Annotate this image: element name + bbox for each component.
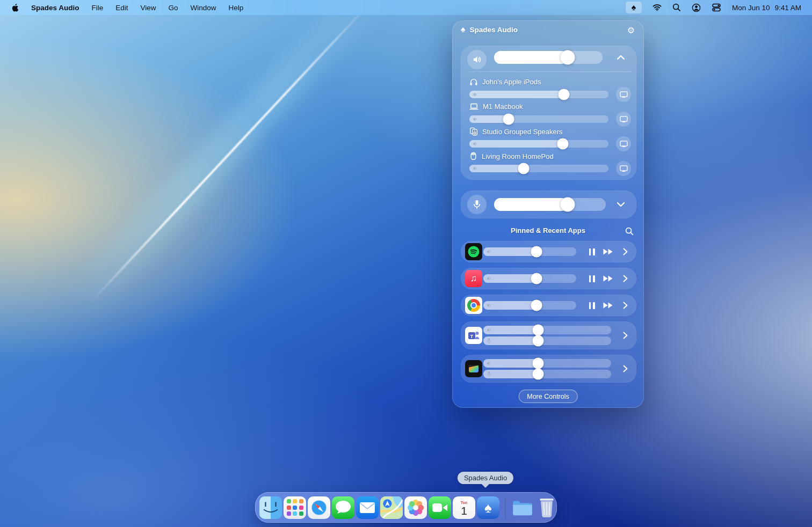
app-volume-slider[interactable] [483, 301, 576, 310]
dock-messages-icon[interactable] [332, 496, 354, 519]
menu-edit[interactable]: Edit [115, 4, 128, 12]
device-volume-slider[interactable] [469, 91, 608, 98]
pinned-recent-apps-header: Pinned & Recent Apps [452, 226, 644, 235]
control-center-icon[interactable] [712, 2, 721, 13]
main-volume-fill [494, 51, 568, 64]
pause-icon[interactable] [585, 245, 598, 258]
wifi-icon[interactable] [653, 2, 662, 13]
wallpaper-wave-line [91, 3, 371, 303]
device-name: Studio Grouped Speakers [482, 128, 563, 136]
menu-clock[interactable]: Mon Jun 10 9:41 AM [732, 4, 801, 12]
microphone-section [461, 191, 636, 218]
route-to-display-icon[interactable] [616, 112, 631, 127]
dock-trash-icon[interactable] [535, 496, 558, 519]
menu-time: 9:41 AM [774, 4, 801, 12]
device-volume-slider[interactable] [469, 165, 608, 172]
menu-date: Mon Jun 10 [732, 4, 770, 12]
menu-view[interactable]: View [141, 4, 156, 12]
microphone-icon[interactable] [467, 195, 487, 214]
wallpaper-wave-glow [61, 0, 389, 321]
dock-folder-icon[interactable] [511, 496, 534, 519]
device-name: John's Apple iPods [482, 78, 541, 86]
menu-window[interactable]: Window [191, 4, 216, 12]
teams-icon: T [465, 327, 482, 344]
app-volume-knob[interactable] [533, 358, 544, 369]
more-controls-button[interactable]: More Controls [518, 390, 578, 403]
dock-launchpad-icon[interactable] [284, 496, 306, 519]
dock-finder-icon[interactable] [259, 496, 282, 519]
chevron-right-icon[interactable] [619, 245, 632, 258]
device-volume-knob[interactable] [518, 163, 530, 174]
user-account-icon[interactable] [692, 2, 701, 13]
app-mic-slider[interactable] [483, 370, 611, 378]
spotlight-search-icon[interactable] [672, 2, 681, 13]
app-volume-knob[interactable] [531, 273, 542, 284]
final-cut-icon [465, 360, 482, 377]
dock-separator [505, 497, 506, 518]
apps-search-icon[interactable] [624, 226, 635, 237]
dock-maps-icon[interactable] [380, 496, 403, 519]
app-volume-knob[interactable] [531, 300, 542, 311]
menu-go[interactable]: Go [169, 4, 178, 12]
fast-forward-icon[interactable] [601, 245, 614, 258]
output-volume-icon[interactable] [467, 50, 487, 69]
output-section: John's Apple iPods [461, 46, 636, 180]
pause-icon[interactable] [585, 272, 598, 285]
app-volume-slider[interactable] [483, 247, 576, 256]
apple-logo-icon [11, 3, 19, 12]
dock-mail-icon[interactable] [356, 496, 379, 519]
microphone-knob[interactable] [561, 197, 575, 212]
fast-forward-icon[interactable] [601, 299, 614, 312]
device-row: John's Apple iPods [461, 77, 636, 101]
device-name: M1 Macbook [483, 103, 523, 111]
dock-facetime-icon[interactable] [429, 496, 451, 519]
chevron-right-icon[interactable] [619, 362, 632, 375]
route-to-display-icon[interactable] [616, 161, 631, 176]
chevron-right-icon[interactable] [619, 272, 632, 285]
device-volume-slider[interactable] [469, 115, 608, 123]
pause-icon[interactable] [585, 299, 598, 312]
app-mic-slider[interactable] [483, 336, 611, 345]
app-volume-slider[interactable] [483, 274, 576, 283]
menu-file[interactable]: File [92, 4, 104, 12]
expand-mic-chevron-down-icon[interactable] [613, 198, 628, 211]
app-mic-knob[interactable] [533, 335, 544, 347]
main-volume-slider[interactable] [494, 51, 603, 64]
app-volume-slider[interactable] [483, 326, 611, 334]
menu-help[interactable]: Help [229, 4, 244, 12]
dock-spades-audio-icon[interactable]: ♠ [477, 496, 499, 519]
dock-safari-icon[interactable] [308, 496, 330, 519]
apple-menu[interactable] [11, 2, 19, 13]
app-volume-knob[interactable] [533, 325, 544, 336]
device-volume-knob[interactable] [559, 89, 570, 100]
spade-status-icon[interactable]: ♠ [626, 2, 642, 13]
route-to-display-icon[interactable] [616, 136, 631, 151]
desktop: Spades Audio File Edit View Go Window He… [0, 0, 812, 527]
route-to-display-icon[interactable] [616, 87, 631, 102]
dock-calendar-icon[interactable]: Tue 1 [453, 496, 475, 519]
app-menu-title[interactable]: Spades Audio [31, 4, 79, 12]
dock-photos-icon[interactable] [404, 496, 427, 519]
main-volume-knob[interactable] [561, 50, 575, 65]
device-volume-slider[interactable] [469, 140, 608, 148]
app-audio-row-teams: T [461, 321, 636, 349]
collapse-output-chevron-up-icon[interactable] [613, 51, 628, 64]
homepod-icon [469, 152, 477, 160]
device-volume-knob[interactable] [557, 138, 568, 150]
microphone-level-slider[interactable] [494, 198, 606, 211]
chevron-right-icon[interactable] [619, 299, 632, 312]
chevron-right-icon[interactable] [619, 329, 632, 342]
app-volume-knob[interactable] [531, 246, 542, 258]
device-row: M1 Macbook [461, 101, 636, 126]
app-audio-row-music: ♫ [461, 268, 636, 289]
settings-gear-icon[interactable]: ⚙ [625, 24, 637, 36]
app-volume-slider[interactable] [483, 359, 611, 368]
output-divider [469, 71, 632, 72]
headphones-icon [469, 78, 478, 86]
grouped-speakers-icon [469, 127, 478, 136]
device-volume-knob[interactable] [503, 114, 514, 125]
calendar-day: 1 [461, 505, 467, 517]
fast-forward-icon[interactable] [601, 272, 614, 285]
app-mic-knob[interactable] [533, 369, 544, 380]
app-audio-row-final-cut [461, 355, 636, 383]
